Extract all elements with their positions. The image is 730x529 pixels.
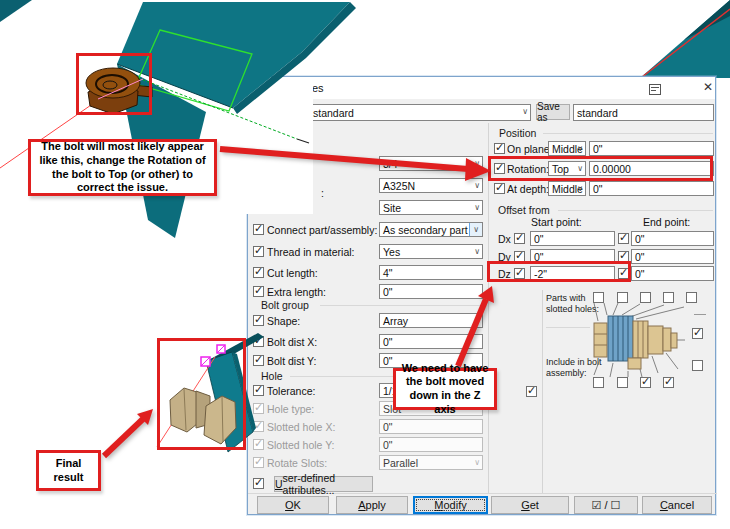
note-z-axis: We need to have the bolt moved down in t… xyxy=(393,368,497,410)
bolt-assembly-diagram xyxy=(580,301,692,379)
plate-fragment-top-right xyxy=(640,0,730,78)
hole-type-label: Hole type: xyxy=(267,403,314,415)
assembly-right-top-checkbox[interactable] xyxy=(692,328,703,339)
position-line xyxy=(543,133,713,134)
start-point-header: Start point: xyxy=(531,216,582,228)
uda-checkbox[interactable] xyxy=(253,478,264,489)
cut-length-input[interactable]: 4" xyxy=(379,265,483,280)
get-button[interactable]: Get xyxy=(491,496,569,514)
highlight-box-rotation-field xyxy=(488,156,713,181)
on-plane-label: On plane: xyxy=(507,143,553,155)
cut-length-label: Cut length: xyxy=(267,267,318,279)
at-depth-dropdown[interactable]: Middle xyxy=(548,181,586,196)
position-header: Position xyxy=(499,127,536,139)
bolt-dist-x-label: Bolt dist X: xyxy=(267,336,317,348)
user-defined-attributes-button[interactable]: User-defined attributes... xyxy=(274,476,373,492)
toggle-all-checkboxes-button[interactable]: ☑ / ☐ xyxy=(574,496,638,514)
dx-label: Dx xyxy=(498,233,511,245)
assembly-left-checkbox[interactable] xyxy=(526,386,537,397)
at-depth-input[interactable]: 0" xyxy=(589,181,714,196)
extra-length-label: Extra length: xyxy=(267,286,326,298)
assembly-dash xyxy=(694,314,706,315)
at-depth-label: At depth: xyxy=(507,183,549,195)
parts-panel-divider xyxy=(542,290,543,493)
bolt-group-line xyxy=(320,305,481,306)
tolerance-label: Tolerance: xyxy=(267,385,315,397)
offset-from-header: Offset from xyxy=(498,204,550,216)
close-icon[interactable]: ✕ xyxy=(701,80,715,94)
assembly-right-bottom-checkbox[interactable] xyxy=(692,360,703,371)
ok-button[interactable]: OK xyxy=(257,496,329,514)
offset-line xyxy=(558,210,713,211)
rotate-slots-label: Rotate Slots: xyxy=(267,457,327,469)
save-as-input[interactable]: standard xyxy=(573,104,714,121)
extra-length-input[interactable]: 0" xyxy=(379,284,483,299)
bolt-3d-view-top xyxy=(0,0,470,250)
rotate-slots-dropdown[interactable]: Parallel xyxy=(379,455,483,470)
slotted-hole-x-label: Slotted hole X: xyxy=(267,421,335,433)
highlight-box-bolt-top xyxy=(76,53,152,115)
on-plane-checkbox[interactable] xyxy=(494,143,505,154)
slotted-hole-y-input[interactable]: 0" xyxy=(379,437,483,452)
dx-start-input[interactable]: 0" xyxy=(530,231,615,246)
at-depth-checkbox[interactable] xyxy=(494,183,505,194)
note-rotation: The bolt will most likely appear like th… xyxy=(28,139,217,196)
page: es ✕ standard Save as standard 3/4 : A32… xyxy=(0,0,730,529)
shape-dropdown[interactable]: Array xyxy=(379,313,483,328)
dx-end-checkbox[interactable] xyxy=(618,233,629,244)
note-final-result: Final result xyxy=(36,450,101,491)
end-point-header: End point: xyxy=(643,216,690,228)
dx-end-input[interactable]: 0" xyxy=(631,231,714,246)
highlight-box-bolt-final xyxy=(157,338,246,450)
dz-end-input[interactable]: 0" xyxy=(631,266,714,281)
modify-button[interactable]: Modify xyxy=(413,496,488,514)
save-as-button[interactable]: Save as xyxy=(536,104,570,120)
cancel-button[interactable]: Cancel xyxy=(642,496,712,514)
on-plane-dropdown[interactable]: Middle xyxy=(548,141,586,156)
dialog-helper-icon[interactable] xyxy=(649,84,661,95)
plate-corner xyxy=(0,0,32,22)
dx-start-checkbox[interactable] xyxy=(514,233,525,244)
slotted-hole-x-input[interactable]: 0" xyxy=(379,419,483,434)
apply-button[interactable]: Apply xyxy=(336,496,408,514)
highlight-box-dz-field xyxy=(487,261,631,282)
bolt-group-header: Bolt group xyxy=(261,299,309,311)
dy-end-input[interactable]: 0" xyxy=(631,249,714,264)
bolt-dist-y-label: Bolt dist Y: xyxy=(267,355,316,367)
bolt-dist-x-input[interactable]: 0" xyxy=(379,334,483,349)
arrow-final-result xyxy=(104,418,144,456)
on-plane-input[interactable]: 0" xyxy=(589,141,714,156)
slotted-hole-y-label: Slotted hole Y: xyxy=(267,439,335,451)
extra-length-checkbox[interactable] xyxy=(253,286,264,297)
cut-length-checkbox[interactable] xyxy=(253,267,264,278)
shape-label: Shape: xyxy=(267,315,300,327)
